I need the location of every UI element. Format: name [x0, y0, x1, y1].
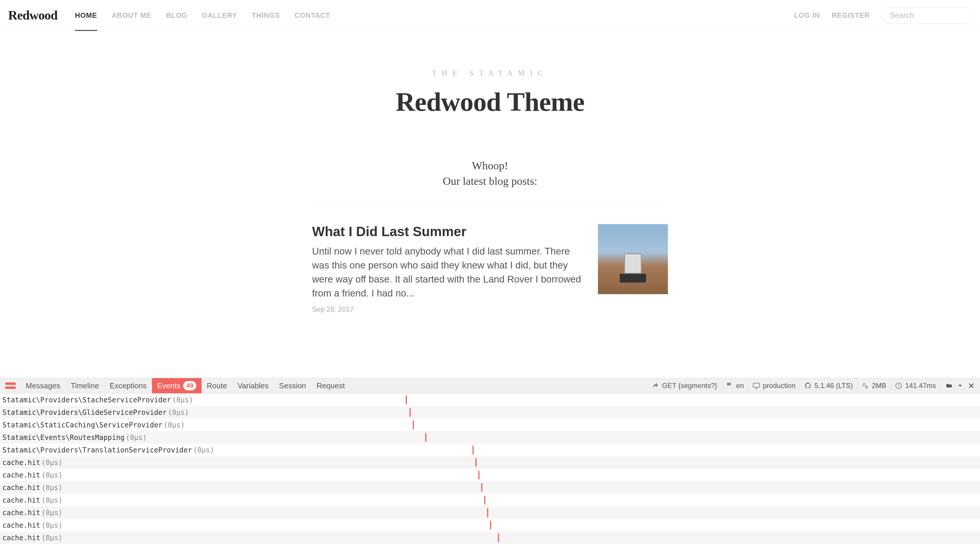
nav-item-gallery[interactable]: GALLERY: [202, 0, 237, 31]
nav-item-blog[interactable]: BLOG: [166, 0, 187, 31]
post-date: Sep 28, 2017: [312, 305, 583, 313]
hero-title: Redwood Theme: [0, 86, 980, 117]
search-input[interactable]: [881, 7, 972, 24]
post-title[interactable]: What I Did Last Summer: [312, 224, 583, 239]
nav-item-contact[interactable]: CONTACT: [294, 0, 331, 31]
site-header: Redwood HOMEABOUT MEBLOGGALLERYTHINGSCON…: [0, 0, 980, 31]
hero: THE STATAMIC Redwood Theme: [0, 31, 980, 129]
intro-line-1: Whoop!: [0, 158, 980, 173]
primary-nav: HOMEABOUT MEBLOGGALLERYTHINGSCONTACT: [75, 0, 794, 31]
post-thumbnail[interactable]: [598, 224, 668, 294]
post-body: What I Did Last Summer Until now I never…: [312, 224, 583, 313]
nav-item-about-me[interactable]: ABOUT ME: [112, 0, 151, 31]
nav-item-home[interactable]: HOME: [75, 0, 97, 31]
register-link[interactable]: REGISTER: [832, 11, 870, 19]
hero-eyebrow: THE STATAMIC: [0, 69, 980, 78]
login-link[interactable]: LOG IN: [794, 11, 820, 19]
blog-post: What I Did Last Summer Until now I never…: [312, 206, 668, 313]
auth-area: LOG IN REGISTER: [794, 7, 972, 24]
intro: Whoop! Our latest blog posts:: [0, 158, 980, 189]
nav-item-things[interactable]: THINGS: [252, 0, 280, 31]
brand-logo[interactable]: Redwood: [8, 8, 57, 23]
post-excerpt: Until now I never told anybody what I di…: [312, 244, 583, 300]
intro-line-2: Our latest blog posts:: [0, 173, 980, 189]
